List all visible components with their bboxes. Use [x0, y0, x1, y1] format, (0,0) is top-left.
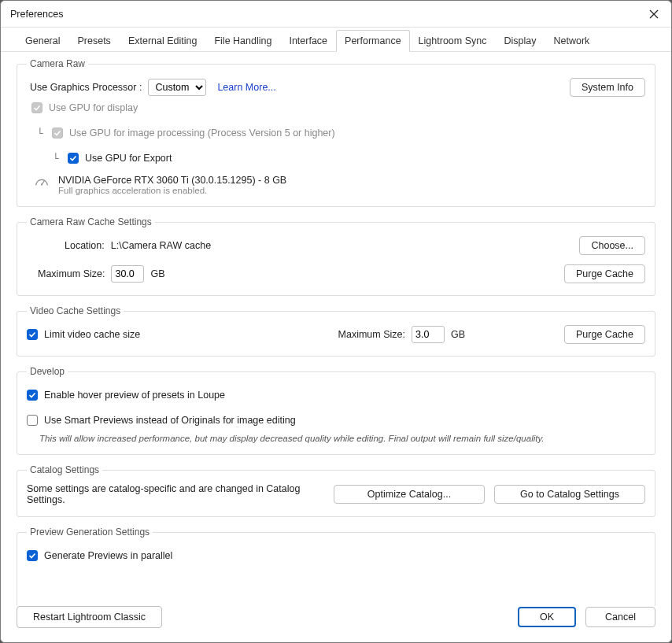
group-develop: Develop Enable hover preview of presets …: [17, 366, 655, 455]
video-max-size-label: Maximum Size:: [338, 329, 405, 340]
catalog-blurb: Some settings are catalog-specific and a…: [27, 483, 321, 505]
tree-corner-icon: └: [35, 127, 46, 139]
raw-gb-label: GB: [150, 268, 164, 279]
check-icon: [28, 552, 36, 560]
check-icon: [33, 104, 41, 112]
tab-display[interactable]: Display: [495, 30, 545, 52]
video-max-size-input[interactable]: [412, 326, 445, 343]
legend-camera-raw: Camera Raw: [27, 58, 88, 69]
gpu-name: NVIDIA GeForce RTX 3060 Ti (30.0.15.1295…: [58, 175, 286, 186]
use-gp-select[interactable]: Custom: [148, 79, 206, 96]
hover-preview-checkbox[interactable]: [27, 390, 38, 401]
window-title: Preferences: [10, 9, 646, 20]
tab-interface[interactable]: Interface: [280, 30, 336, 52]
ok-button[interactable]: OK: [518, 607, 576, 627]
check-icon: [69, 154, 77, 162]
choose-cache-button[interactable]: Choose...: [579, 236, 645, 255]
raw-purge-cache-button[interactable]: Purge Cache: [564, 264, 645, 283]
system-info-button[interactable]: System Info: [570, 78, 645, 97]
use-gpu-processing-checkbox: [52, 127, 63, 139]
group-preview-gen: Preview Generation Settings Generate Pre…: [17, 527, 655, 606]
close-icon: [649, 9, 659, 19]
check-icon: [54, 129, 61, 137]
legend-develop: Develop: [27, 366, 68, 377]
tab-performance[interactable]: Performance: [336, 30, 410, 52]
tab-external-editing[interactable]: External Editing: [120, 30, 206, 52]
goto-catalog-settings-button[interactable]: Go to Catalog Settings: [494, 485, 645, 504]
check-icon: [28, 391, 36, 399]
generate-parallel-checkbox[interactable]: [27, 550, 38, 561]
raw-max-size-label: Maximum Size:: [38, 268, 105, 279]
learn-more-link[interactable]: Learn More...: [217, 82, 275, 93]
tree-corner-icon: └: [50, 153, 61, 164]
video-purge-cache-button[interactable]: Purge Cache: [564, 325, 645, 344]
tab-presets[interactable]: Presets: [68, 30, 119, 52]
group-video-cache: Video Cache Settings Limit video cache s…: [17, 305, 655, 357]
use-gp-label: Use Graphics Processor :: [30, 82, 142, 93]
check-icon: [28, 331, 36, 338]
tab-lightroom-sync[interactable]: Lightroom Sync: [410, 30, 496, 52]
smart-previews-label: Use Smart Previews instead of Originals …: [44, 415, 296, 426]
svg-point-1: [41, 184, 42, 186]
tab-file-handling[interactable]: File Handling: [205, 30, 280, 52]
develop-note: This will allow increased performance, b…: [39, 434, 645, 443]
tab-network[interactable]: Network: [545, 30, 598, 52]
video-gb-label: GB: [451, 329, 465, 340]
cache-location-value: L:\Camera RAW cache: [111, 240, 211, 251]
tab-general[interactable]: General: [17, 30, 68, 52]
titlebar: Preferences: [1, 1, 671, 28]
preferences-window: Preferences General Presets External Edi…: [0, 0, 672, 643]
optimize-catalog-button[interactable]: Optimize Catalog...: [334, 485, 485, 504]
use-gpu-export-checkbox[interactable]: [68, 153, 79, 164]
use-gpu-processing-label: Use GPU for image processing (Process Ve…: [69, 127, 335, 139]
use-gpu-export-label: Use GPU for Export: [85, 153, 172, 164]
legend-video-cache: Video Cache Settings: [27, 305, 124, 316]
limit-video-cache-checkbox[interactable]: [27, 329, 38, 340]
generate-parallel-label: Generate Previews in parallel: [44, 550, 172, 561]
group-camera-raw: Camera Raw Use Graphics Processor : Cust…: [17, 58, 655, 207]
cancel-button[interactable]: Cancel: [585, 607, 655, 627]
tab-bar: General Presets External Editing File Ha…: [1, 28, 671, 52]
legend-raw-cache: Camera Raw Cache Settings: [27, 216, 155, 227]
raw-max-size-input[interactable]: [111, 265, 144, 283]
gpu-status: Full graphics acceleration is enabled.: [58, 186, 286, 195]
smart-previews-checkbox[interactable]: [27, 415, 38, 426]
content-area: Camera Raw Use Graphics Processor : Cust…: [1, 52, 671, 606]
cache-location-label: Location:: [65, 240, 105, 251]
hover-preview-label: Enable hover preview of presets in Loupe: [44, 390, 225, 401]
restart-lightroom-button[interactable]: Restart Lightroom Classic: [17, 606, 162, 628]
footer: Restart Lightroom Classic OK Cancel: [1, 606, 671, 642]
gauge-icon: [35, 176, 49, 187]
group-catalog: Catalog Settings Some settings are catal…: [17, 464, 655, 517]
group-raw-cache: Camera Raw Cache Settings Location: L:\C…: [17, 216, 655, 296]
use-gpu-display-checkbox: [31, 102, 42, 113]
close-button[interactable]: [646, 6, 662, 22]
limit-video-cache-label: Limit video cache size: [44, 329, 140, 340]
use-gpu-display-label: Use GPU for display: [49, 102, 138, 113]
legend-preview-gen: Preview Generation Settings: [27, 527, 153, 538]
legend-catalog: Catalog Settings: [27, 464, 102, 475]
